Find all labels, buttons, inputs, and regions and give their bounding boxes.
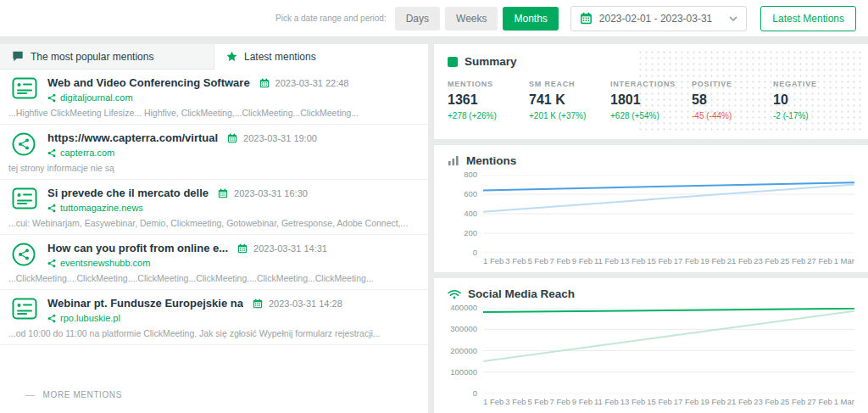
topbar: Pick a date range and period: Days Weeks… bbox=[0, 0, 868, 37]
mention-date: 2023-03-31 14:28 bbox=[269, 299, 342, 309]
x-tick-label: 21 Feb bbox=[727, 256, 753, 265]
x-tick-label: 15 Feb bbox=[647, 256, 672, 265]
tab-latest-mentions[interactable]: Latest mentions bbox=[214, 44, 428, 70]
x-tick-label: 5 Feb bbox=[527, 397, 548, 406]
main-content: The most popular mentions Latest mention… bbox=[0, 44, 868, 413]
mention-date: 2023-03-31 16:30 bbox=[234, 188, 308, 198]
x-tick-label: 23 Feb bbox=[754, 256, 779, 265]
mention-item: Webinar pt. Fundusze Europejskie na2023-… bbox=[0, 290, 428, 345]
calendar-icon bbox=[218, 188, 228, 198]
stat-value: 1361 bbox=[448, 92, 529, 108]
stat-label: NEGATIVE bbox=[773, 80, 854, 88]
summary-stat: NEGATIVE10-2 (-17%) bbox=[773, 80, 854, 120]
mention-title[interactable]: How can you profit from online e... bbox=[47, 242, 228, 254]
x-tick-label: 7 Feb bbox=[550, 256, 570, 265]
period-days-button[interactable]: Days bbox=[395, 7, 440, 31]
more-mentions-label: MORE MENTIONS bbox=[43, 390, 122, 399]
x-tick-label: 15 Feb bbox=[647, 397, 672, 406]
x-tick-label: 1 Feb bbox=[483, 256, 504, 265]
summary-stats: MENTIONS1361+278 (+26%)SM REACH741 K+201… bbox=[448, 80, 854, 120]
mention-title[interactable]: https://www.capterra.com/virtual bbox=[47, 131, 218, 144]
mention-source-link[interactable]: tuttomagazine.news bbox=[60, 203, 143, 213]
summary-stat: INTERACTIONS1801+628 (+54%) bbox=[610, 80, 692, 120]
latest-mentions-button[interactable]: Latest Mentions bbox=[760, 6, 856, 31]
mention-item: https://www.capterra.com/virtual2023-03-… bbox=[0, 125, 428, 180]
y-axis: 4000003000002000001000000 bbox=[448, 308, 483, 393]
right-column: Summary MENTIONS1361+278 (+26%)SM REACH7… bbox=[434, 44, 868, 413]
mention-source-link[interactable]: capterra.com bbox=[60, 148, 114, 158]
dash-icon: — bbox=[25, 389, 36, 399]
stat-label: SM REACH bbox=[529, 80, 610, 88]
mention-title[interactable]: Web and Video Conferencing Software bbox=[47, 76, 250, 89]
mentions-list: Web and Video Conferencing Software2023-… bbox=[0, 70, 428, 345]
x-tick-label: 25 Feb bbox=[781, 397, 806, 406]
date-range-label: Pick a date range and period: bbox=[275, 14, 387, 23]
reach-chart-title: Social Media Reach bbox=[468, 287, 575, 300]
reach-chart-card: Social Media Reach 400000300000200000100… bbox=[434, 278, 868, 413]
mention-date: 2023-03-31 19:00 bbox=[243, 133, 317, 143]
mention-source-link[interactable]: rpo.lubuskie.pl bbox=[60, 313, 120, 323]
y-axis: 8006004002000 bbox=[448, 175, 483, 253]
mention-source-link[interactable]: digitaljournal.com bbox=[60, 92, 133, 103]
mention-source-link[interactable]: eventsnewshubb.com bbox=[60, 258, 150, 268]
tab-most-popular-mentions[interactable]: The most popular mentions bbox=[0, 44, 214, 70]
stat-change: +628 (+54%) bbox=[610, 111, 692, 120]
date-range-picker[interactable]: 2023-02-01 - 2023-03-31 bbox=[570, 6, 747, 31]
period-weeks-button[interactable]: Weeks bbox=[445, 7, 498, 31]
summary-icon bbox=[448, 57, 458, 67]
x-tick-label: 1 Mar bbox=[834, 256, 854, 265]
stat-label: POSITIVE bbox=[692, 80, 773, 88]
calendar-icon bbox=[253, 299, 263, 309]
mention-item: Web and Video Conferencing Software2023-… bbox=[0, 70, 428, 125]
mentions-chart-title: Mentions bbox=[466, 154, 516, 167]
calendar-icon bbox=[580, 12, 593, 25]
stat-change: +278 (+26%) bbox=[448, 111, 529, 120]
x-tick-label: 25 Feb bbox=[781, 256, 806, 265]
mention-snippet: tej strony informacje nie są bbox=[0, 163, 428, 173]
x-tick-label: 17 Feb bbox=[674, 256, 699, 265]
stat-label: INTERACTIONS bbox=[610, 80, 692, 88]
period-months-button[interactable]: Months bbox=[503, 7, 558, 31]
x-tick-label: 27 Feb bbox=[807, 397, 832, 406]
more-mentions-button[interactable]: — MORE MENTIONS bbox=[0, 377, 428, 413]
article-icon bbox=[12, 298, 37, 320]
mention-snippet: ...cui: Webinarjam, Easywebinar, Demio, … bbox=[0, 218, 428, 228]
calendar-icon bbox=[227, 133, 237, 143]
x-tick-label: 9 Feb bbox=[572, 256, 593, 265]
share-source-icon bbox=[47, 93, 56, 103]
x-tick-label: 23 Feb bbox=[754, 397, 779, 406]
summary-stat: MENTIONS1361+278 (+26%) bbox=[448, 80, 529, 120]
mention-title[interactable]: Si prevede che il mercato delle bbox=[47, 187, 209, 199]
article-icon bbox=[12, 187, 37, 209]
stat-label: MENTIONS bbox=[448, 80, 529, 88]
stat-value: 10 bbox=[773, 92, 854, 108]
x-tick-label: 21 Feb bbox=[727, 397, 753, 406]
mention-item: Si prevede che il mercato delle2023-03-3… bbox=[0, 180, 428, 235]
x-tick-label: 1 Feb bbox=[483, 397, 504, 406]
summary-title: Summary bbox=[465, 55, 517, 68]
bar-chart-icon bbox=[448, 155, 459, 166]
mentions-chart-card: Mentions 8006004002000 1 Feb3 Feb5 Feb7 … bbox=[434, 145, 868, 272]
share-source-icon bbox=[47, 259, 56, 268]
tab-label: Latest mentions bbox=[244, 51, 316, 63]
summary-stat: SM REACH741 K+201 K (+37%) bbox=[529, 80, 610, 120]
mention-title[interactable]: Webinar pt. Fundusze Europejskie na bbox=[47, 297, 243, 310]
share-source-icon bbox=[47, 204, 56, 213]
wifi-icon bbox=[448, 289, 461, 299]
mention-date: 2023-03-31 22:48 bbox=[275, 78, 349, 88]
summary-stat: POSITIVE58-45 (-44%) bbox=[692, 80, 773, 120]
x-tick-label: 5 Feb bbox=[527, 256, 548, 265]
x-tick-label: 11 Feb bbox=[594, 256, 619, 265]
x-axis: 1 Feb3 Feb5 Feb7 Feb9 Feb11 Feb13 Feb15 … bbox=[483, 253, 854, 267]
stat-change: -2 (-17%) bbox=[773, 111, 854, 120]
reach-line-chart bbox=[483, 308, 854, 393]
x-tick-label: 11 Feb bbox=[594, 397, 619, 406]
x-tick-label: 27 Feb bbox=[807, 256, 832, 265]
share-source-icon bbox=[47, 148, 56, 158]
x-tick-label: 9 Feb bbox=[572, 397, 593, 406]
summary-card: Summary MENTIONS1361+278 (+26%)SM REACH7… bbox=[434, 44, 868, 139]
x-tick-label: 13 Feb bbox=[620, 256, 646, 265]
mention-snippet: ...od 10:00 do 11:00 na platformie Click… bbox=[0, 328, 428, 338]
x-tick-label: 19 Feb bbox=[700, 397, 726, 406]
article-icon bbox=[12, 77, 37, 99]
